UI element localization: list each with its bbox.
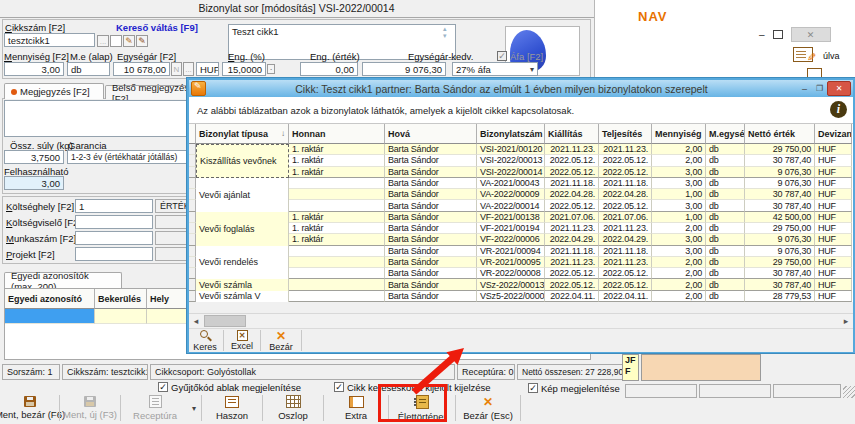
- column-header[interactable]: Bizonylatszám: [477, 124, 545, 144]
- row-gutter[interactable]: [189, 167, 196, 178]
- egyedi-header-bekerules[interactable]: Bekerülés: [95, 289, 147, 309]
- edit-note-button[interactable]: ✎: [123, 35, 135, 47]
- table-cell[interactable]: [289, 189, 385, 200]
- table-cell[interactable]: 2022.04.29.: [545, 234, 599, 245]
- table-cell[interactable]: db: [706, 200, 745, 211]
- table-cell[interactable]: Barta Sándor: [385, 200, 477, 211]
- table-cell[interactable]: db: [706, 223, 745, 234]
- row-gutter[interactable]: [189, 246, 196, 257]
- table-cell[interactable]: 2021.07.06.: [599, 212, 652, 223]
- table-cell[interactable]: VF-2021/00138: [477, 212, 545, 223]
- nav-minimize-icon[interactable]: –: [759, 29, 765, 40]
- table-cell[interactable]: 30 787,40: [745, 189, 815, 200]
- table-cell[interactable]: HUF: [815, 144, 852, 155]
- cikkszam-blank-button[interactable]: [110, 35, 122, 47]
- table-cell[interactable]: 28 779,53: [745, 291, 815, 302]
- table-cell[interactable]: db: [706, 234, 745, 245]
- table-cell[interactable]: VA-2022/00009: [477, 189, 545, 200]
- table-cell[interactable]: HUF: [815, 155, 852, 166]
- table-cell[interactable]: VSz-2022/00013: [477, 279, 545, 290]
- table-cell[interactable]: [289, 257, 385, 268]
- eng-ertek-input[interactable]: 0,00: [300, 62, 358, 76]
- table-cell[interactable]: 2021.07.06.: [545, 212, 599, 223]
- popup-bezar-button[interactable]: ✕ Bezár: [263, 329, 299, 352]
- column-header[interactable]: Mennyiség: [652, 124, 706, 144]
- table-cell[interactable]: 2,00: [652, 279, 706, 290]
- scroll-left-icon[interactable]: ◂: [189, 316, 203, 326]
- table-cell[interactable]: 2022.05.12.: [599, 155, 652, 166]
- kep-checkbox[interactable]: ✓: [528, 383, 538, 393]
- table-cell[interactable]: db: [706, 212, 745, 223]
- table-cell[interactable]: HUF: [815, 257, 852, 268]
- popup-maximize-icon[interactable]: ❐: [812, 82, 827, 95]
- spin-up-icon[interactable]: ▴: [443, 25, 447, 32]
- table-cell[interactable]: 2022.05.12.: [545, 167, 599, 178]
- table-cell[interactable]: 29 750,00: [745, 144, 815, 155]
- kedv-input[interactable]: 9 076,30: [362, 62, 446, 76]
- edit-pencil-button[interactable]: ✎: [136, 35, 148, 47]
- table-cell[interactable]: Barta Sándor: [385, 257, 477, 268]
- table-cell[interactable]: 2021.11.18.: [599, 178, 652, 189]
- table-cell[interactable]: HUF: [815, 291, 852, 302]
- row-gutter[interactable]: [189, 155, 196, 166]
- row-gutter[interactable]: [189, 268, 196, 279]
- table-cell[interactable]: 1. raktár: [289, 167, 385, 178]
- egysegar-browse-button[interactable]: ...: [183, 62, 194, 76]
- felhasznalhato-input[interactable]: 3,00: [4, 176, 64, 190]
- table-cell[interactable]: Barta Sándor: [385, 155, 477, 166]
- scrollbar-thumb[interactable]: [204, 315, 246, 327]
- table-cell[interactable]: 2022.04.29.: [599, 234, 652, 245]
- table-cell[interactable]: 9 076,30: [745, 234, 815, 245]
- table-cell[interactable]: VSI-2021/00120: [477, 144, 545, 155]
- popup-close-icon[interactable]: ✕: [827, 81, 851, 96]
- row-gutter[interactable]: [189, 234, 196, 245]
- table-cell[interactable]: VSI-2022/00014: [477, 167, 545, 178]
- table-cell[interactable]: 2022.04.28.: [599, 189, 652, 200]
- table-cell[interactable]: Barta Sándor: [385, 178, 477, 189]
- table-cell[interactable]: 2021.11.18.: [545, 246, 599, 257]
- table-cell[interactable]: db: [706, 167, 745, 178]
- table-cell[interactable]: 1. raktár: [289, 234, 385, 245]
- table-cell[interactable]: HUF: [815, 279, 852, 290]
- column-header[interactable]: Teljesítés: [599, 124, 652, 144]
- table-cell[interactable]: 30 787,40: [745, 279, 815, 290]
- table-cell[interactable]: 2022.05.12.: [599, 268, 652, 279]
- munkaszam-input[interactable]: [75, 231, 153, 245]
- table-cell[interactable]: HUF: [815, 212, 852, 223]
- afa-select[interactable]: 27% áfa ▾: [452, 62, 538, 76]
- table-cell[interactable]: 9 076,30: [745, 167, 815, 178]
- row-gutter[interactable]: [189, 200, 196, 211]
- popup-titlebar[interactable]: Cikk: Teszt cikk1 partner: Barta Sándor …: [189, 80, 853, 97]
- table-cell[interactable]: [289, 291, 385, 302]
- table-cell[interactable]: 3,00: [652, 167, 706, 178]
- row-gutter[interactable]: [189, 257, 196, 268]
- document-type-group-label[interactable]: Vevői rendelés: [196, 246, 289, 280]
- table-cell[interactable]: Barta Sándor: [385, 246, 477, 257]
- row-gutter[interactable]: [189, 189, 196, 200]
- table-cell[interactable]: [289, 268, 385, 279]
- table-cell[interactable]: 3,00: [652, 234, 706, 245]
- table-cell[interactable]: HUF: [815, 268, 852, 279]
- tab-egyedi-azonositok[interactable]: Egyedi azonosítók (max. 200): [4, 272, 122, 288]
- table-cell[interactable]: 2021.11.18.: [545, 178, 599, 189]
- table-cell[interactable]: 9 076,30: [745, 178, 815, 189]
- kereso-valtas-link[interactable]: Kereső váltás [F9]: [116, 22, 198, 33]
- table-cell[interactable]: HUF: [815, 178, 852, 189]
- table-cell[interactable]: 2,00: [652, 268, 706, 279]
- table-cell[interactable]: 3,00: [652, 246, 706, 257]
- table-cell[interactable]: 30 787,40: [745, 200, 815, 211]
- table-cell[interactable]: 1. raktár: [289, 155, 385, 166]
- table-cell[interactable]: [289, 200, 385, 211]
- table-cell[interactable]: 2022.05.12.: [599, 200, 652, 211]
- table-cell[interactable]: 1. raktár: [289, 212, 385, 223]
- table-cell[interactable]: db: [706, 257, 745, 268]
- spin-down-icon[interactable]: ▾: [443, 32, 447, 39]
- koltsegviselo-input[interactable]: [75, 215, 153, 229]
- table-cell[interactable]: db: [706, 178, 745, 189]
- table-cell[interactable]: 2021.11.23.: [545, 223, 599, 234]
- table-cell[interactable]: 3,00: [652, 178, 706, 189]
- peach-field[interactable]: [641, 354, 761, 381]
- row-gutter[interactable]: [189, 279, 196, 290]
- table-cell[interactable]: 2021.11.23.: [545, 257, 599, 268]
- column-header[interactable]: Nettó érték: [745, 124, 815, 144]
